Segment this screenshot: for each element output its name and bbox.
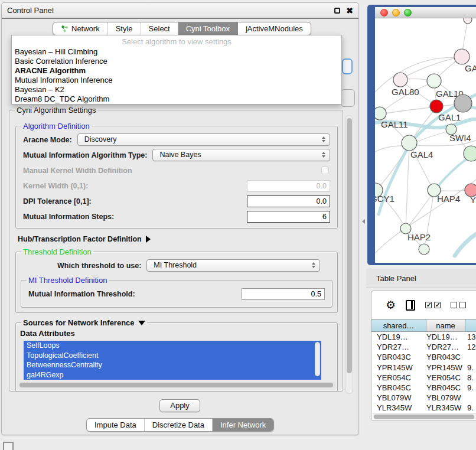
table-row[interactable]: YER054CYER054C8. bbox=[371, 373, 476, 383]
attribute-list-item[interactable]: TopologicalCoefficient bbox=[24, 351, 321, 361]
gear-icon[interactable]: ⚙ bbox=[386, 299, 396, 311]
network-node-gal80[interactable] bbox=[393, 73, 407, 87]
table-cell: YBR043C bbox=[371, 352, 426, 362]
apply-button[interactable]: Apply bbox=[159, 399, 200, 412]
network-node-gal[interactable] bbox=[454, 49, 470, 64]
tab-style[interactable]: Style bbox=[108, 22, 141, 35]
sources-title-text: Sources for Network Inference bbox=[23, 318, 135, 327]
table-cell: 9. bbox=[465, 383, 476, 393]
which-threshold-select[interactable]: MI Threshold bbox=[146, 259, 320, 272]
table-cell: YBR043C bbox=[426, 352, 465, 362]
mi-steps-field[interactable]: 6 bbox=[247, 211, 330, 223]
close-icon[interactable]: ✖ bbox=[346, 8, 353, 14]
table-toolbar: ⚙ bbox=[371, 291, 476, 319]
network-window: GALGAL80GAL10GAL1GAL11SWI4GAL4GCY1HAP4YH… bbox=[375, 7, 476, 263]
table-row[interactable]: YBR045CYBR045C9. bbox=[371, 383, 476, 393]
dropdown-item[interactable]: Bayesian – Hill Climbing bbox=[12, 47, 341, 57]
tab-label: Style bbox=[116, 24, 133, 33]
network-edge bbox=[407, 191, 434, 227]
dropdown-item[interactable]: Dream8 DC_TDC Algorithm bbox=[12, 94, 341, 104]
table-cell: YPR145W bbox=[426, 363, 465, 373]
minimize-traffic-light-icon[interactable] bbox=[392, 9, 400, 17]
column-header-partial[interactable] bbox=[465, 319, 476, 331]
network-node[interactable] bbox=[464, 146, 476, 161]
algorithm-dropdown-popup: Select algorithm to view settings Bayesi… bbox=[11, 35, 342, 105]
zoom-traffic-light-icon[interactable] bbox=[404, 9, 412, 17]
network-node-label: GAL bbox=[465, 63, 476, 73]
aracne-mode-select[interactable]: Discovery bbox=[77, 133, 330, 146]
unselect-all-columns-icon[interactable] bbox=[451, 302, 466, 308]
tab-label: Infer Network bbox=[220, 420, 266, 429]
tab-label: Cyni Toolbox bbox=[186, 24, 230, 33]
tab-cyni-toolbox[interactable]: Cyni Toolbox bbox=[178, 22, 238, 35]
column-header-name[interactable]: name bbox=[426, 319, 465, 331]
manual-kernel-checkbox[interactable] bbox=[321, 167, 329, 174]
table-row[interactable]: YLR345WYLR345W9. bbox=[371, 403, 476, 413]
table-header: shared… name bbox=[371, 319, 476, 332]
tab-impute-data[interactable]: Impute Data bbox=[87, 419, 145, 431]
close-traffic-light-icon[interactable] bbox=[380, 9, 388, 17]
table-row[interactable]: YBL079WYBL079W bbox=[371, 393, 476, 403]
split-pane-handle-icon[interactable] bbox=[362, 219, 365, 224]
aracne-mode-value: Discovery bbox=[84, 135, 117, 144]
mi-steps-label: Mutual Information Steps: bbox=[23, 213, 114, 221]
network-node-gal11[interactable] bbox=[375, 107, 386, 120]
settings-scrollbar[interactable] bbox=[345, 115, 353, 394]
dropdown-item[interactable]: ARACNE Algorithm bbox=[12, 66, 341, 76]
attribute-list-item[interactable]: SelfLoops bbox=[24, 341, 321, 351]
column-browser-icon[interactable] bbox=[406, 300, 415, 311]
tab-select[interactable]: Select bbox=[141, 22, 178, 35]
list-horizontal-scrollbar[interactable] bbox=[19, 382, 335, 388]
mi-threshold-field[interactable]: 0.5 bbox=[242, 288, 325, 300]
minimized-panel-icon[interactable] bbox=[3, 442, 14, 450]
table-row[interactable]: YDR27…YDR27…12 bbox=[371, 342, 476, 352]
attribute-list-item[interactable]: gal4RGexp bbox=[24, 370, 321, 380]
float-window-icon[interactable] bbox=[334, 8, 340, 14]
hub-definition-label: Hub/Transcription Factor Definition bbox=[18, 235, 142, 243]
data-attributes-list[interactable]: SelfLoopsTopologicalCoefficientBetweenne… bbox=[24, 341, 321, 380]
tab-infer-network[interactable]: Infer Network bbox=[213, 419, 273, 431]
select-all-columns-icon[interactable] bbox=[425, 302, 441, 308]
network-node[interactable] bbox=[454, 94, 472, 112]
list-vertical-scrollbar[interactable] bbox=[315, 342, 320, 376]
table-cell: YLR345W bbox=[371, 403, 426, 413]
dropdown-item[interactable]: Mutual Information Inference bbox=[12, 76, 341, 85]
dpi-tolerance-field[interactable]: 0.0 bbox=[247, 195, 330, 207]
tab-network[interactable]: Network bbox=[53, 22, 108, 35]
control-panel-tabstrip: NetworkStyleSelectCyni ToolboxjActiveMNo… bbox=[53, 22, 311, 35]
network-node-label: GAL4 bbox=[410, 149, 433, 159]
attribute-list-item[interactable]: BetweennessCentrality bbox=[24, 360, 321, 370]
tab-jactivemnodules[interactable]: jActiveMNodules bbox=[238, 22, 311, 35]
network-window-titlebar bbox=[375, 7, 476, 18]
dropdown-item[interactable]: Basic Correlation Inference bbox=[12, 57, 341, 66]
network-node-gal10[interactable] bbox=[427, 74, 441, 88]
table-row[interactable]: YDL19…YDL19…13 bbox=[371, 332, 476, 342]
tab-label: Network bbox=[71, 24, 100, 33]
dropdown-item[interactable]: Bayesian – K2 bbox=[12, 85, 341, 94]
table-row[interactable]: YPR145WYPR145W9. bbox=[371, 363, 476, 373]
kernel-width-field: 0.0 bbox=[247, 180, 330, 192]
network-node-gal4[interactable] bbox=[402, 135, 417, 151]
threshold-definition-title: Threshold Definition bbox=[21, 247, 93, 256]
table-rows: YDL19…YDL19…13YDR27…YDR27…12YBR043CYBR04… bbox=[371, 332, 476, 413]
network-edge-highlighted bbox=[379, 145, 409, 214]
algorithm-definition-group: Algorithm Definition Aracne Mode: Discov… bbox=[15, 122, 338, 229]
network-node-label: HAP2 bbox=[407, 232, 431, 242]
dpi-tolerance-label: DPI Tolerance [0,1]: bbox=[23, 197, 92, 206]
dropdown-placeholder: Select algorithm to view settings bbox=[12, 35, 341, 47]
sources-group-title[interactable]: Sources for Network Inference bbox=[21, 318, 147, 327]
table-row[interactable]: YBR043CYBR043C bbox=[371, 352, 476, 362]
network-node[interactable] bbox=[419, 244, 429, 255]
network-canvas[interactable]: GALGAL80GAL10GAL1GAL11SWI4GAL4GCY1HAP4YH… bbox=[375, 18, 476, 262]
hub-definition-toggle[interactable]: Hub/Transcription Factor Definition bbox=[18, 235, 343, 243]
network-edge-highlighted bbox=[455, 231, 476, 256]
mi-type-value: Naive Bayes bbox=[159, 151, 201, 159]
column-header-shared-name[interactable]: shared… bbox=[371, 319, 426, 331]
focused-combo-fragment bbox=[342, 58, 353, 74]
mi-type-select[interactable]: Naive Bayes bbox=[152, 149, 330, 161]
network-node-gal1[interactable] bbox=[430, 100, 443, 113]
tab-discretize-data[interactable]: Discretize Data bbox=[145, 419, 213, 431]
mi-threshold-label: Mutual Information Threshold: bbox=[28, 290, 135, 298]
table-horizontal-scrollbar[interactable] bbox=[373, 413, 476, 419]
network-node[interactable] bbox=[464, 18, 472, 24]
